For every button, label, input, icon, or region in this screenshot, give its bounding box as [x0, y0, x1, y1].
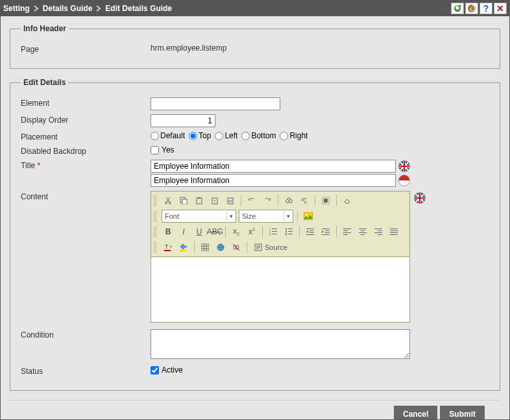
svg-rect-35: [325, 232, 330, 233]
bold-button[interactable]: B: [162, 225, 175, 238]
close-icon: ✕: [496, 3, 504, 14]
underline-button[interactable]: U: [193, 225, 206, 238]
disabled-backdrop-option[interactable]: Yes: [151, 145, 175, 154]
separator: [336, 226, 337, 238]
svg-text:T: T: [213, 199, 216, 203]
svg-rect-43: [359, 232, 367, 233]
placement-option-right[interactable]: Right: [280, 131, 308, 140]
display-order-label: Display Order: [21, 114, 151, 125]
outdent-button[interactable]: [304, 225, 317, 238]
placement-radio-left[interactable]: [215, 132, 223, 140]
condition-input[interactable]: [151, 329, 410, 359]
placement-option-label: Top: [199, 131, 211, 140]
placement-option-default[interactable]: Default: [151, 131, 185, 140]
replace-icon: Ab: [300, 197, 308, 204]
paste-word-button[interactable]: W: [224, 194, 237, 207]
remove-format-button[interactable]: [341, 194, 354, 207]
source-button[interactable]: Source: [251, 241, 291, 254]
text-color-button[interactable]: T: [162, 241, 175, 254]
bg-color-button[interactable]: [177, 241, 190, 254]
copy-button[interactable]: [177, 194, 190, 207]
refresh-button[interactable]: [451, 3, 464, 14]
undo-icon: [248, 197, 256, 204]
unlink-icon: [232, 243, 240, 251]
bullet-list-button[interactable]: [282, 225, 295, 238]
align-justify-button[interactable]: [387, 225, 400, 238]
close-button[interactable]: ✕: [494, 3, 507, 14]
placement-option-top[interactable]: Top: [189, 131, 211, 140]
source-label: Source: [265, 243, 287, 251]
select-all-button[interactable]: [319, 194, 332, 207]
paste-text-button[interactable]: T: [208, 194, 221, 207]
rich-text-editor: T W Ab: [151, 191, 410, 323]
redo-icon: [263, 197, 271, 204]
align-right-button[interactable]: [372, 225, 385, 238]
content: Info Header Page hrm.employee.listemp Ed…: [1, 16, 509, 419]
size-select[interactable]: Size ▾: [239, 210, 293, 223]
svg-rect-39: [343, 232, 351, 233]
italic-button[interactable]: I: [177, 225, 190, 238]
placement-radio-top[interactable]: [189, 132, 197, 140]
browser-button[interactable]: [465, 3, 478, 14]
eraser-icon: [343, 197, 351, 204]
flag-uk-icon: [414, 192, 426, 204]
align-right-icon: [374, 228, 382, 236]
font-select[interactable]: Font ▾: [162, 210, 236, 223]
cancel-button[interactable]: Cancel: [394, 406, 437, 419]
disabled-backdrop-checkbox[interactable]: [151, 146, 159, 154]
help-button[interactable]: ?: [480, 3, 492, 14]
replace-button[interactable]: Ab: [298, 194, 311, 207]
paste-button[interactable]: [193, 194, 206, 207]
placement-option-left[interactable]: Left: [215, 131, 237, 140]
element-row: Element: [21, 97, 489, 110]
cut-button[interactable]: [162, 194, 175, 207]
toolbar-grip-icon: [154, 226, 158, 238]
placement-option-bottom[interactable]: Bottom: [241, 131, 276, 140]
content-scroll[interactable]: Info Header Page hrm.employee.listemp Ed…: [1, 16, 509, 419]
superscript-button[interactable]: x2: [245, 225, 258, 238]
table-button[interactable]: [199, 241, 212, 254]
svg-rect-36: [322, 234, 330, 235]
placement-option-label: Left: [225, 131, 237, 140]
subscript-button[interactable]: x2: [230, 225, 243, 238]
placement-radio-default[interactable]: [151, 132, 159, 140]
title-input-en[interactable]: [151, 160, 396, 173]
undo-button[interactable]: [245, 194, 258, 207]
align-center-button[interactable]: [356, 225, 369, 238]
submit-button[interactable]: Submit: [440, 406, 485, 419]
ordered-list-icon: 123: [269, 228, 277, 236]
element-input[interactable]: [151, 97, 280, 110]
breadcrumb-item[interactable]: Setting: [3, 4, 30, 13]
svg-rect-22: [272, 234, 277, 234]
required-mark: *: [38, 161, 41, 170]
display-order-input[interactable]: [151, 114, 215, 127]
title-label: Title *: [21, 160, 151, 170]
link-button[interactable]: [214, 241, 227, 254]
redo-button[interactable]: [261, 194, 274, 207]
strike-button[interactable]: ABC: [208, 225, 221, 238]
svg-rect-31: [310, 232, 314, 233]
title-row: Title *: [21, 160, 489, 187]
breadcrumb-item[interactable]: Edit Details Guide: [105, 4, 172, 13]
find-button[interactable]: [282, 194, 295, 207]
editor-content-area[interactable]: [151, 257, 409, 322]
unlink-button[interactable]: [230, 241, 243, 254]
flag-uk-icon: [398, 160, 410, 172]
footer: Cancel Submit: [10, 400, 500, 419]
bg-color-icon: [179, 243, 188, 252]
placement-radio-bottom[interactable]: [241, 132, 250, 140]
numbered-list-button[interactable]: 123: [267, 225, 280, 238]
indent-button[interactable]: [319, 225, 332, 238]
image-button[interactable]: [302, 210, 315, 223]
breadcrumb-item[interactable]: Details Guide: [43, 4, 93, 13]
page-row: Page hrm.employee.listemp: [21, 43, 489, 54]
svg-point-10: [289, 200, 293, 203]
spiral-icon: [467, 4, 476, 13]
status-checkbox[interactable]: [151, 366, 159, 375]
align-left-button[interactable]: [341, 225, 354, 238]
title-input-id[interactable]: [151, 174, 396, 187]
status-option[interactable]: Active: [151, 365, 183, 375]
element-label: Element: [21, 97, 151, 108]
placement-radio-right[interactable]: [280, 132, 288, 140]
svg-rect-47: [374, 232, 382, 233]
